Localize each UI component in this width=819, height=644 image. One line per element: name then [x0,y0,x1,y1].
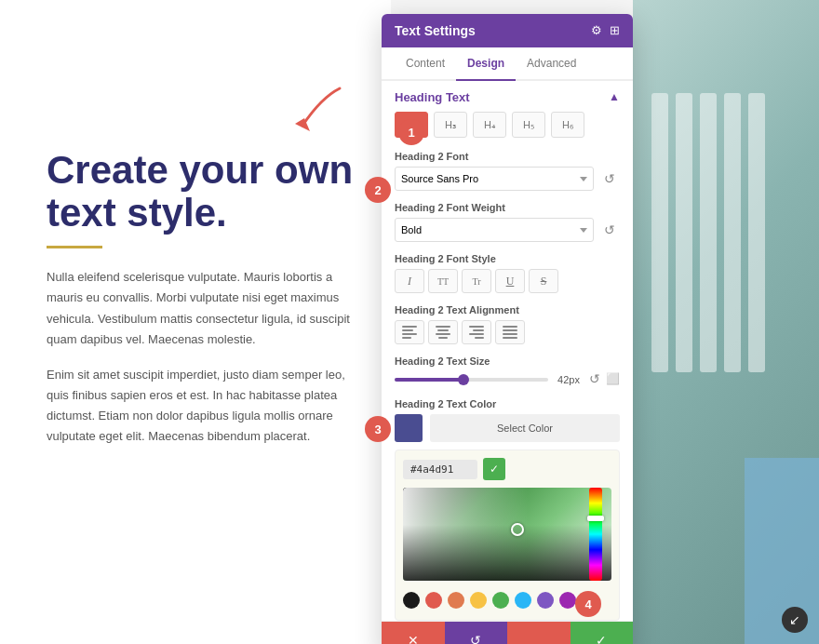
section-header: Heading Text ▲ [395,81,620,112]
text-size-label: Heading 2 Text Size [395,356,620,367]
bottom-tool-icon[interactable]: ↙ [782,607,808,633]
heading-tabs: H₂ H₃ H₄ H₅ H₆ [395,112,620,138]
section-chevron[interactable]: ▲ [609,90,620,104]
close-btn[interactable]: ✕ [382,622,445,644]
check-icon: ✓ [596,633,607,645]
tab-design[interactable]: Design [456,47,516,81]
h3-tab[interactable]: H₃ [434,112,467,138]
color-dot-black[interactable] [403,592,420,609]
panel-footer: ✕ ↺ ✓ [382,621,633,644]
color-dot-blue[interactable] [515,592,531,609]
right-image-area [633,0,819,644]
color-label-row: Select Color [395,414,620,442]
font-label: Heading 2 Font [395,151,620,162]
caps-icon[interactable]: TT [428,269,458,293]
hue-strip[interactable] [589,488,602,581]
hex-row: ✓ [403,458,611,480]
color-dot-orange[interactable] [448,592,464,609]
font-style-icons: I TT Tr U S [395,269,620,293]
main-heading: Create your own text style. [47,149,354,235]
step4-btn[interactable] [507,622,571,644]
body-text-2: Enim sit amet suscipit imperdiet, justo … [47,365,354,447]
panel-tabs: Content Design Advanced [382,47,633,81]
align-right-icon[interactable] [462,320,491,344]
settings-icon[interactable]: ⚙ [591,23,602,38]
tab-content[interactable]: Content [395,47,456,81]
font-select[interactable]: Source Sans Pro [395,167,594,191]
reset-icon: ↺ [470,633,481,645]
align-left-icon[interactable] [395,320,424,344]
color-dot-yellow[interactable] [470,592,487,609]
hex-input[interactable] [403,460,477,479]
color-dot-green[interactable] [492,592,509,609]
arrow-indicator [275,79,349,139]
font-style-label: Heading 2 Font Style [395,253,620,264]
panel-title: Text Settings [395,23,476,38]
body-text-1: Nulla eleifend scelerisque vulputate. Ma… [47,267,354,349]
underline-icon[interactable]: U [495,269,525,293]
text-align-icons [395,320,620,344]
tab-advanced[interactable]: Advanced [516,47,587,81]
h4-tab[interactable]: H₄ [473,112,506,138]
italic-icon[interactable]: I [395,269,424,293]
size-device-icon[interactable]: ⬜ [606,372,620,386]
font-weight-select-row: Bold ↺ [395,218,620,242]
confirm-btn[interactable]: ✓ [571,622,634,644]
color-dot-red[interactable] [425,592,442,609]
step-badge-4: 4 [575,591,601,617]
text-settings-panel: Text Settings ⚙ ⊞ Content Design Advance… [382,14,633,644]
left-content-area: Create your own text style. Nulla eleife… [0,0,391,644]
h5-tab[interactable]: H₅ [512,112,545,138]
align-center-icon[interactable] [428,320,458,344]
align-justify-icon[interactable] [495,320,525,344]
color-dot-purple[interactable] [537,592,554,609]
step-badge-3: 3 [365,416,391,442]
reset-btn[interactable]: ↺ [445,622,508,644]
text-align-label: Heading 2 Text Alignment [395,304,620,315]
size-value: 42px [554,374,584,385]
font-weight-label: Heading 2 Font Weight [395,202,620,213]
size-row: 42px ↺ ⬜ [395,371,620,387]
color-swatch[interactable] [395,414,423,442]
step-badge-2: 2 [365,177,391,203]
h6-tab[interactable]: H₆ [551,112,584,138]
panel-header-icons: ⚙ ⊞ [591,23,620,38]
size-slider[interactable] [395,378,548,382]
font-weight-reset-btn[interactable]: ↺ [599,220,620,240]
select-color-btn[interactable]: Select Color [430,414,620,442]
size-reset-btn[interactable]: ↺ [589,371,600,387]
section-title: Heading Text [395,90,470,104]
hex-confirm-btn[interactable]: ✓ [483,458,505,480]
font-weight-select[interactable]: Bold [395,218,594,242]
strikethrough-icon[interactable]: S [529,269,558,293]
heading-underline [47,246,102,248]
color-dot-violet[interactable] [559,592,576,609]
expand-icon[interactable]: ⊞ [610,23,620,38]
close-icon: ✕ [408,633,419,645]
font-select-row: Source Sans Pro ↺ [395,167,620,191]
smallcaps-icon[interactable]: Tr [462,269,491,293]
hue-thumb[interactable] [587,516,604,521]
column-decoration [651,93,765,372]
font-reset-btn[interactable]: ↺ [599,168,620,189]
panel-body: Heading Text ▲ H₂ H₃ H₄ H₅ H₆ Heading 2 … [382,81,633,621]
panel-header: Text Settings ⚙ ⊞ [382,14,633,47]
step-badge-1: 1 [398,119,424,145]
gradient-picker[interactable] [403,488,611,581]
text-color-label: Heading 2 Text Color [395,398,620,409]
picker-circle[interactable] [511,523,524,536]
